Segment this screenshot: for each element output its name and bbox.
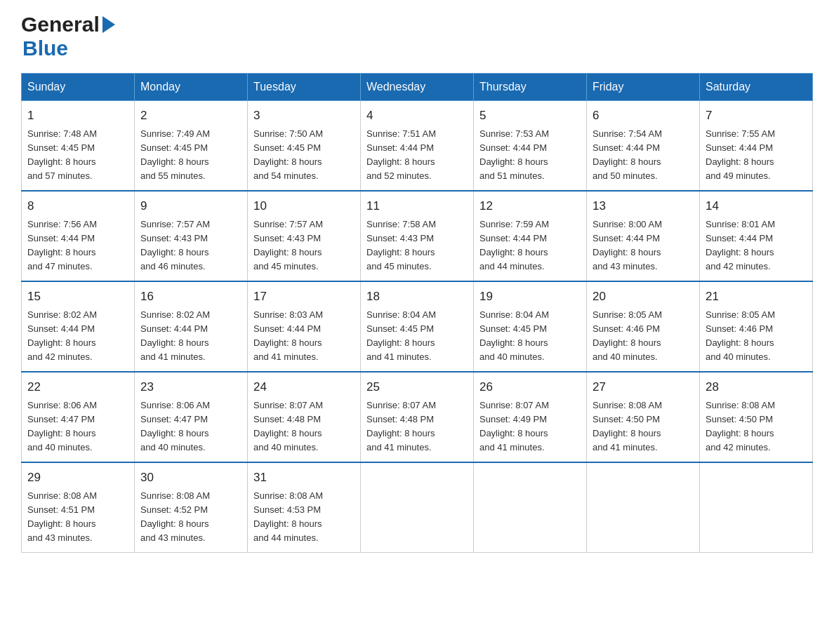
weekday-header-monday: Monday [135,74,248,101]
calendar-cell: 15Sunrise: 8:02 AMSunset: 4:44 PMDayligh… [22,281,135,372]
calendar-cell: 6Sunrise: 7:54 AMSunset: 4:44 PMDaylight… [587,101,700,192]
calendar-cell: 29Sunrise: 8:08 AMSunset: 4:51 PMDayligh… [22,462,135,553]
day-info: Sunrise: 8:07 AMSunset: 4:48 PMDaylight:… [253,398,355,455]
calendar-cell: 26Sunrise: 8:07 AMSunset: 4:49 PMDayligh… [474,372,587,462]
calendar-cell: 17Sunrise: 8:03 AMSunset: 4:44 PMDayligh… [248,281,361,372]
calendar-cell: 4Sunrise: 7:51 AMSunset: 4:44 PMDaylight… [361,101,474,192]
day-number: 25 [366,378,468,396]
day-number: 16 [140,288,241,306]
weekday-header-tuesday: Tuesday [248,74,361,101]
day-number: 17 [253,288,355,306]
calendar-week-2: 8Sunrise: 7:56 AMSunset: 4:44 PMDaylight… [22,191,813,281]
day-info: Sunrise: 8:08 AMSunset: 4:52 PMDaylight:… [140,489,241,546]
weekday-header-friday: Friday [587,74,700,101]
logo-general-text: General [21,14,100,35]
day-info: Sunrise: 7:51 AMSunset: 4:44 PMDaylight:… [366,127,468,184]
logo: General Blue [21,14,117,60]
calendar-week-4: 22Sunrise: 8:06 AMSunset: 4:47 PMDayligh… [22,372,813,462]
calendar-cell: 25Sunrise: 8:07 AMSunset: 4:48 PMDayligh… [361,372,474,462]
calendar-cell: 13Sunrise: 8:00 AMSunset: 4:44 PMDayligh… [587,191,700,281]
day-info: Sunrise: 7:50 AMSunset: 4:45 PMDaylight:… [253,127,355,184]
day-info: Sunrise: 8:08 AMSunset: 4:50 PMDaylight:… [593,398,694,455]
weekday-header-sunday: Sunday [22,74,135,101]
calendar-cell: 30Sunrise: 8:08 AMSunset: 4:52 PMDayligh… [135,462,248,553]
calendar-cell: 16Sunrise: 8:02 AMSunset: 4:44 PMDayligh… [135,281,248,372]
day-number: 26 [479,378,581,396]
day-info: Sunrise: 7:56 AMSunset: 4:44 PMDaylight:… [27,217,128,274]
calendar-cell: 27Sunrise: 8:08 AMSunset: 4:50 PMDayligh… [587,372,700,462]
logo-blue-text: Blue [22,36,68,60]
day-number: 31 [253,469,355,487]
day-number: 21 [706,288,807,306]
calendar-week-3: 15Sunrise: 8:02 AMSunset: 4:44 PMDayligh… [22,281,813,372]
calendar-week-1: 1Sunrise: 7:48 AMSunset: 4:45 PMDaylight… [22,101,813,192]
calendar-cell: 23Sunrise: 8:06 AMSunset: 4:47 PMDayligh… [135,372,248,462]
calendar-table: SundayMondayTuesdayWednesdayThursdayFrid… [21,73,813,553]
day-info: Sunrise: 7:59 AMSunset: 4:44 PMDaylight:… [479,217,581,274]
calendar-cell: 5Sunrise: 7:53 AMSunset: 4:44 PMDaylight… [474,101,587,192]
day-info: Sunrise: 7:55 AMSunset: 4:44 PMDaylight:… [706,127,807,184]
calendar-cell: 28Sunrise: 8:08 AMSunset: 4:50 PMDayligh… [700,372,813,462]
calendar-cell: 24Sunrise: 8:07 AMSunset: 4:48 PMDayligh… [248,372,361,462]
day-info: Sunrise: 8:01 AMSunset: 4:44 PMDaylight:… [706,217,807,274]
day-info: Sunrise: 8:08 AMSunset: 4:50 PMDaylight:… [706,398,807,455]
calendar-cell: 11Sunrise: 7:58 AMSunset: 4:43 PMDayligh… [361,191,474,281]
day-number: 11 [366,197,468,215]
day-number: 1 [27,107,128,125]
page-header: General Blue [21,14,813,60]
calendar-cell: 19Sunrise: 8:04 AMSunset: 4:45 PMDayligh… [474,281,587,372]
day-number: 14 [706,197,807,215]
day-info: Sunrise: 8:02 AMSunset: 4:44 PMDaylight:… [140,308,241,365]
calendar-cell: 21Sunrise: 8:05 AMSunset: 4:46 PMDayligh… [700,281,813,372]
day-number: 27 [593,378,694,396]
day-number: 20 [593,288,694,306]
calendar-week-5: 29Sunrise: 8:08 AMSunset: 4:51 PMDayligh… [22,462,813,553]
day-number: 7 [706,107,807,125]
day-number: 24 [253,378,355,396]
day-info: Sunrise: 7:48 AMSunset: 4:45 PMDaylight:… [27,127,128,184]
calendar-cell: 7Sunrise: 7:55 AMSunset: 4:44 PMDaylight… [700,101,813,192]
calendar-cell: 3Sunrise: 7:50 AMSunset: 4:45 PMDaylight… [248,101,361,192]
calendar-cell: 9Sunrise: 7:57 AMSunset: 4:43 PMDaylight… [135,191,248,281]
day-number: 29 [27,469,128,487]
calendar-cell: 12Sunrise: 7:59 AMSunset: 4:44 PMDayligh… [474,191,587,281]
calendar-cell [361,462,474,553]
calendar-cell: 2Sunrise: 7:49 AMSunset: 4:45 PMDaylight… [135,101,248,192]
day-number: 28 [706,378,807,396]
calendar-cell [700,462,813,553]
day-number: 13 [593,197,694,215]
calendar-cell [587,462,700,553]
day-info: Sunrise: 8:00 AMSunset: 4:44 PMDaylight:… [593,217,694,274]
calendar-cell: 22Sunrise: 8:06 AMSunset: 4:47 PMDayligh… [22,372,135,462]
day-info: Sunrise: 8:08 AMSunset: 4:51 PMDaylight:… [27,489,128,546]
day-info: Sunrise: 7:58 AMSunset: 4:43 PMDaylight:… [366,217,468,274]
calendar-cell: 10Sunrise: 7:57 AMSunset: 4:43 PMDayligh… [248,191,361,281]
day-info: Sunrise: 8:04 AMSunset: 4:45 PMDaylight:… [366,308,468,365]
day-number: 15 [27,288,128,306]
day-info: Sunrise: 8:07 AMSunset: 4:49 PMDaylight:… [479,398,581,455]
day-number: 4 [366,107,468,125]
day-info: Sunrise: 8:05 AMSunset: 4:46 PMDaylight:… [593,308,694,365]
calendar-cell: 1Sunrise: 7:48 AMSunset: 4:45 PMDaylight… [22,101,135,192]
day-info: Sunrise: 8:02 AMSunset: 4:44 PMDaylight:… [27,308,128,365]
logo-triangle-icon [102,16,115,33]
weekday-header-saturday: Saturday [700,74,813,101]
day-number: 2 [140,107,241,125]
day-number: 6 [593,107,694,125]
day-number: 10 [253,197,355,215]
day-number: 18 [366,288,468,306]
day-number: 8 [27,197,128,215]
day-number: 5 [479,107,581,125]
day-info: Sunrise: 8:05 AMSunset: 4:46 PMDaylight:… [706,308,807,365]
day-number: 19 [479,288,581,306]
day-number: 9 [140,197,241,215]
calendar-cell: 20Sunrise: 8:05 AMSunset: 4:46 PMDayligh… [587,281,700,372]
day-number: 30 [140,469,241,487]
day-info: Sunrise: 8:08 AMSunset: 4:53 PMDaylight:… [253,489,355,546]
day-number: 22 [27,378,128,396]
day-info: Sunrise: 7:49 AMSunset: 4:45 PMDaylight:… [140,127,241,184]
weekday-header-row: SundayMondayTuesdayWednesdayThursdayFrid… [22,74,813,101]
day-info: Sunrise: 8:06 AMSunset: 4:47 PMDaylight:… [140,398,241,455]
day-info: Sunrise: 7:57 AMSunset: 4:43 PMDaylight:… [140,217,241,274]
day-number: 23 [140,378,241,396]
